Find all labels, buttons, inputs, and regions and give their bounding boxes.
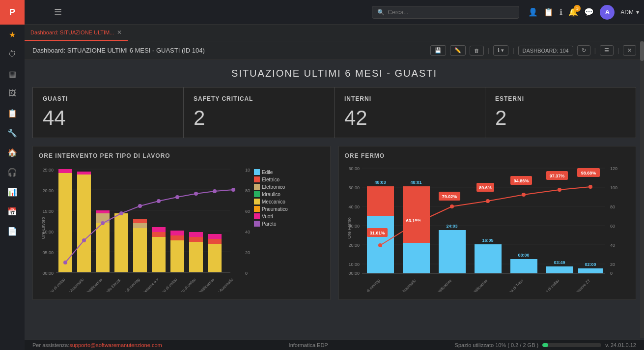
- svg-text:97.37%: 97.37%: [549, 174, 564, 178]
- sidebar: P ★ ⏱ ▦ 🖼 📋 🔧 🏠 🎧 📊 📅 📄: [0, 0, 25, 350]
- kpi-interni: INTERNI 42: [335, 88, 485, 138]
- svg-text:Banco di collau: Banco di collau: [538, 278, 560, 292]
- list-button[interactable]: ☰: [600, 45, 614, 56]
- svg-text:Ore Lavoro: Ore Lavoro: [41, 217, 46, 239]
- search-input[interactable]: [388, 9, 514, 16]
- tab-dashboard[interactable]: Dashboard: SITUAZIONE ULTIM... ✕: [25, 25, 128, 41]
- pareto-fermo-dot-2: [414, 221, 418, 225]
- bar-4-meccanico: [114, 213, 128, 272]
- chart1-svg: 25:00 20:00 15:00 10:00 05:00 00:00: [39, 164, 250, 292]
- sidebar-icon-bar[interactable]: 📊: [0, 182, 25, 202]
- bar-3-vuoti: [96, 210, 110, 213]
- menu-icon[interactable]: ☰: [54, 7, 62, 18]
- svg-text:60: 60: [610, 224, 615, 229]
- bar-9-meccanico: [208, 244, 222, 272]
- svg-text:0: 0: [610, 271, 613, 276]
- search-box[interactable]: 🔍: [372, 6, 519, 19]
- edit-button[interactable]: ✏️: [450, 45, 466, 56]
- dashboard-content: SITUAZIONE ULTIMI 6 MESI - GUASTI GUASTI…: [25, 60, 644, 308]
- chat-icon[interactable]: 💬: [584, 7, 594, 17]
- bar-ore6: [546, 266, 573, 273]
- svg-text:16:05: 16:05: [482, 238, 493, 243]
- svg-text:100: 100: [610, 185, 617, 190]
- storage-progress-fill: [542, 343, 548, 347]
- kpi-guasti: GUASTI 44: [33, 88, 184, 138]
- sidebar-icon-doc[interactable]: 📄: [0, 221, 25, 241]
- bar-ore1-red: [367, 186, 394, 216]
- close-dash-button[interactable]: ✕: [623, 45, 636, 56]
- kpi-interni-value: 42: [344, 106, 475, 130]
- bar-8-elettrico: [189, 237, 203, 242]
- bar-7-meccanico: [170, 240, 184, 272]
- refresh-button[interactable]: ↻: [577, 45, 590, 56]
- pareto-dot-6: [157, 199, 161, 203]
- svg-text:60:00: 60:00: [348, 166, 360, 171]
- save-button[interactable]: 💾: [430, 45, 446, 56]
- sidebar-icon-star[interactable]: ★: [0, 25, 25, 44]
- version-label: v. 24.01.0.12: [605, 342, 636, 348]
- sidebar-icon-box[interactable]: ▦: [0, 64, 25, 84]
- notification-icon[interactable]: 🔔 3: [568, 7, 578, 17]
- kpi-safety-label: SAFETY CRITICAL: [194, 95, 324, 102]
- bar-8-vuoti: [189, 232, 203, 237]
- bar-9-vuoti: [208, 234, 222, 239]
- bar-ore3: [439, 230, 466, 273]
- delete-button[interactable]: 🗑: [470, 46, 484, 56]
- svg-text:20:00: 20:00: [348, 243, 360, 248]
- legend-pneumatico-label: Pneumatico: [262, 206, 288, 212]
- bar-9-elettrico: [208, 239, 222, 244]
- info-icon[interactable]: ℹ: [560, 7, 562, 17]
- svg-text:00:00: 00:00: [42, 271, 54, 276]
- sidebar-icon-clock[interactable]: ⏱: [0, 44, 25, 64]
- kpi-esterni-label: ESTERNI: [495, 95, 626, 102]
- spreadsheet-icon[interactable]: 📋: [544, 7, 554, 17]
- svg-text:63.19%: 63.19%: [406, 218, 421, 223]
- tab-close-icon[interactable]: ✕: [117, 29, 122, 36]
- kpi-interni-label: INTERNI: [344, 95, 475, 102]
- main-content: Dashboard: SITUAZIONE ULTIMI 6 MESI - GU…: [25, 41, 644, 350]
- svg-text:Linea di montag: Linea di montag: [358, 278, 381, 292]
- separator2: |: [512, 47, 514, 54]
- legend-elettrico-label: Elettrico: [262, 177, 280, 182]
- user-icon[interactable]: 👤: [528, 7, 538, 17]
- sidebar-icon-calendar[interactable]: 📅: [0, 202, 25, 221]
- svg-text:Carrello Elevat.: Carrello Elevat.: [100, 277, 122, 292]
- legend-elettronico-color: [254, 184, 260, 190]
- svg-text:0: 0: [245, 271, 248, 276]
- legend-pareto-color: [254, 221, 260, 227]
- sidebar-icon-image[interactable]: 🖼: [0, 84, 25, 103]
- svg-text:Banco di collau: Banco di collau: [175, 277, 197, 292]
- svg-text:25:00: 25:00: [42, 168, 54, 173]
- svg-text:Linea Automatic: Linea Automatic: [62, 277, 85, 292]
- legend-edile-label: Edile: [262, 170, 273, 175]
- pareto-dot-8: [194, 192, 198, 196]
- app-logo[interactable]: P: [0, 0, 25, 25]
- pareto-fermo-dot-7: [588, 185, 592, 189]
- svg-text:Rettificatrice: Rettificatrice: [470, 278, 488, 292]
- svg-text:79.02%: 79.02%: [442, 194, 457, 199]
- bar-ore5: [510, 259, 537, 273]
- legend-pneumatico-color: [254, 206, 260, 212]
- sidebar-icon-building[interactable]: 🏠: [0, 143, 25, 162]
- sidebar-icon-headset[interactable]: 🎧: [0, 162, 25, 182]
- sidebar-icon-clipboard[interactable]: 📋: [0, 103, 25, 123]
- scrollbar-track[interactable]: [640, 41, 644, 338]
- dashboard-main-title: SITUAZIONE ULTIMI 6 MESI - GUASTI: [32, 68, 636, 79]
- sidebar-icon-wrench[interactable]: 🔧: [0, 123, 25, 143]
- info-btn[interactable]: ℹ ▾: [493, 45, 508, 56]
- legend-pareto: Pareto: [254, 221, 293, 227]
- chevron-down-icon: ▾: [636, 9, 639, 16]
- legend-pareto-label: Pareto: [262, 221, 276, 227]
- avatar[interactable]: A: [600, 5, 615, 20]
- user-menu[interactable]: ADM ▾: [620, 9, 639, 16]
- scrollbar-thumb[interactable]: [640, 41, 644, 61]
- svg-text:00:00: 00:00: [348, 271, 360, 276]
- pareto-dot-2: [82, 238, 86, 242]
- svg-text:Linea di montag: Linea di montag: [118, 277, 141, 292]
- dashboard-id-btn[interactable]: DASHBOARD: 104: [518, 46, 573, 56]
- footer-email-link[interactable]: supporto@softwaremanutenzione.com: [69, 342, 162, 348]
- pareto-dot-1: [63, 261, 67, 264]
- footer: Per assistenza: supporto@softwaremanuten…: [25, 340, 644, 350]
- kpi-guasti-value: 44: [43, 106, 173, 130]
- svg-text:48:01: 48:01: [410, 180, 421, 185]
